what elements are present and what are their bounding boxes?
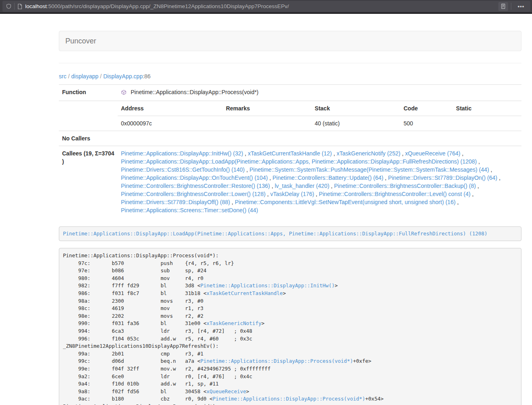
callee-separator: ,: [383, 174, 388, 181]
header-stack: Stack: [312, 101, 401, 116]
symbol-cube-icon: [121, 90, 128, 97]
detail-header-row: Address Remarks Stack Code Static: [118, 101, 521, 116]
callee-link[interactable]: Pinetime::Applications::Screens::Timer::…: [121, 207, 258, 213]
callee-separator: ,: [470, 191, 474, 197]
divider: [59, 63, 521, 63]
callee-link[interactable]: lv_task_handler (420): [275, 183, 330, 189]
callee-separator: ,: [265, 191, 270, 197]
value-remarks: [223, 116, 312, 131]
callee-separator: ,: [489, 166, 492, 173]
callee-link[interactable]: Pinetime::Applications::DisplayApp::Load…: [121, 158, 477, 165]
breadcrumb-separator: /: [67, 73, 71, 80]
url-path: :5000/path/src/displayapp/DisplayApp.cpp…: [47, 3, 289, 9]
callee-link[interactable]: xQueueReceive (764): [405, 150, 460, 157]
callee-link[interactable]: vTaskDelay (176): [270, 191, 314, 197]
callee-link[interactable]: Pinetime::Applications::DisplayApp::OnTo…: [121, 174, 268, 181]
callee-separator: ,: [401, 150, 405, 157]
callee-link[interactable]: Pinetime::Drivers::Cst816S::GetTouchInfo…: [121, 166, 245, 173]
callee-link[interactable]: Pinetime::Components::LittleVgl::SetNewT…: [235, 199, 456, 205]
highlighted-symbol-link[interactable]: Pinetime::Applications::DisplayApp::Load…: [63, 231, 487, 237]
toolbar-separator: [511, 3, 511, 10]
callee-separator: ,: [456, 199, 459, 205]
function-table: Function Pinetime::Applications::Display…: [59, 84, 521, 218]
callee-separator: ,: [476, 183, 479, 189]
breadcrumb-link[interactable]: displayapp: [71, 73, 99, 80]
callee-separator: ,: [314, 191, 319, 197]
no-callers-row: No Callers: [59, 131, 521, 146]
page-icon[interactable]: [17, 4, 22, 9]
address-bar[interactable]: localhost:5000/path/src/displayapp/Displ…: [2, 1, 530, 12]
callee-link[interactable]: Pinetime::Drivers::St7789::DisplayOn() (…: [388, 174, 497, 181]
header-code: Code: [400, 101, 452, 116]
callee-link[interactable]: Pinetime::Controllers::BrightnessControl…: [334, 183, 476, 189]
code-symbol-link[interactable]: xTaskGetCurrentTaskHandle: [207, 290, 283, 296]
url-text[interactable]: localhost:5000/path/src/displayapp/Displ…: [25, 3, 495, 9]
reader-mode-button[interactable]: [498, 2, 508, 11]
disassembly-listing: Pinetime::Applications::DisplayApp::Proc…: [59, 248, 521, 405]
header-address: Address: [118, 101, 223, 116]
callee-link[interactable]: Pinetime::System::SystemTask::PushMessag…: [250, 166, 489, 173]
breadcrumb-link[interactable]: DisplayApp.cpp: [103, 73, 142, 80]
callee-separator: ,: [268, 174, 273, 181]
callee-link[interactable]: Pinetime::Applications::DisplayApp::Init…: [121, 150, 243, 157]
breadcrumb-separator: /: [99, 73, 103, 80]
callee-link[interactable]: Pinetime::Controllers::BrightnessControl…: [121, 183, 270, 189]
callee-separator: ,: [477, 158, 480, 165]
value-static: [453, 116, 521, 131]
header-remarks: Remarks: [223, 101, 312, 116]
callee-separator: ,: [230, 199, 235, 205]
value-stack: 40 (static): [312, 116, 401, 131]
callee-separator: ,: [460, 150, 463, 157]
url-host: localhost: [25, 3, 47, 9]
function-row: Function Pinetime::Applications::Display…: [59, 85, 521, 101]
callee-separator: ,: [332, 150, 337, 157]
browser-toolbar: localhost:5000/path/src/displayapp/Displ…: [0, 0, 532, 14]
page-container: Puncover src/displayapp/DisplayApp.cpp:8…: [59, 31, 521, 405]
callees-list: Pinetime::Applications::DisplayApp::Init…: [118, 146, 521, 218]
function-name: Pinetime::Applications::DisplayApp::Proc…: [131, 89, 258, 95]
callees-label: Callees (19, Σ=3704 ): [59, 146, 118, 218]
code-symbol-link[interactable]: Pinetime::Applications::DisplayApp::Proc…: [200, 358, 353, 364]
urlbar-separator: [14, 3, 15, 10]
symbol-detail-table: Address Remarks Stack Code Static 0x0000…: [118, 101, 521, 131]
value-address: 0x0000097c: [118, 116, 223, 131]
code-symbol-link[interactable]: xTaskGenericNotify: [207, 320, 261, 326]
code-symbol-link[interactable]: Pinetime::Applications::DisplayApp::Proc…: [213, 396, 365, 402]
highlighted-symbol-box: Pinetime::Applications::DisplayApp::Load…: [59, 226, 521, 241]
shield-icon[interactable]: [6, 3, 11, 9]
callee-link[interactable]: xTaskGenericNotify (252): [336, 150, 400, 157]
callee-link[interactable]: Pinetime::Controllers::BrightnessControl…: [121, 191, 265, 197]
callee-separator: ,: [245, 166, 250, 173]
value-code: 500: [400, 116, 452, 131]
header-static: Static: [453, 101, 521, 116]
code-symbol-link[interactable]: xQueueReceive: [207, 388, 246, 394]
code-symbol-link[interactable]: Pinetime::Applications::DisplayApp::Init…: [200, 282, 335, 289]
breadcrumb-link[interactable]: src: [59, 73, 67, 80]
callees-row: Callees (19, Σ=3704 ) Pinetime::Applicat…: [59, 146, 521, 218]
callee-link[interactable]: Pinetime::Controllers::Battery::Update()…: [273, 174, 383, 181]
app-navbar: Puncover: [59, 31, 521, 51]
callee-separator: ,: [243, 150, 248, 157]
menu-button[interactable]: •••: [514, 3, 528, 9]
callee-separator: ,: [330, 183, 334, 189]
breadcrumb: src/displayapp/DisplayApp.cpp:86: [59, 72, 521, 80]
callee-separator: ,: [498, 174, 501, 181]
callee-link[interactable]: Pinetime::Drivers::St7789::DisplayOff() …: [121, 199, 230, 205]
brand-title[interactable]: Puncover: [59, 37, 102, 45]
detail-data-row: 0x0000097c 40 (static) 500: [118, 116, 521, 131]
callee-separator: ,: [270, 183, 275, 189]
no-callers-label: No Callers: [59, 131, 118, 146]
callee-link[interactable]: xTaskGetCurrentTaskHandle (12): [248, 150, 332, 157]
function-label: Function: [59, 85, 118, 101]
callee-link[interactable]: Pinetime::Controllers::BrightnessControl…: [319, 191, 470, 197]
breadcrumb-line-number: :86: [143, 73, 151, 80]
detail-row-outer: Address Remarks Stack Code Static 0x0000…: [59, 101, 521, 131]
